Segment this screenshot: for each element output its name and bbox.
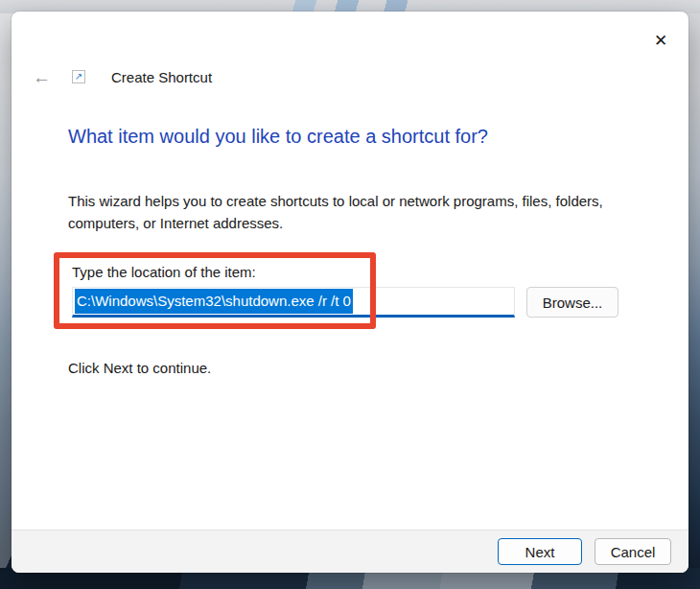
wizard-description: This wizard helps you to create shortcut… <box>68 190 622 234</box>
window-title: Create Shortcut <box>111 69 212 85</box>
page-title: What item would you like to create a sho… <box>68 126 488 148</box>
close-icon[interactable]: ✕ <box>644 29 677 52</box>
dialog-footer: Next Cancel <box>12 530 688 573</box>
back-arrow-icon[interactable]: ← <box>33 68 51 86</box>
dialog-header: ← ↗ Create Shortcut <box>33 66 212 87</box>
shortcut-icon: ↗ <box>72 70 85 83</box>
next-button[interactable]: Next <box>498 538 582 565</box>
location-input-selected-text: C:\Windows\System32\shutdown.exe /r /t 0 <box>75 289 353 314</box>
cancel-button[interactable]: Cancel <box>595 538 671 565</box>
location-label: Type the location of the item: <box>72 264 256 280</box>
next-hint-text: Click Next to continue. <box>68 360 211 376</box>
location-input[interactable]: C:\Windows\System32\shutdown.exe /r /t 0 <box>72 287 515 318</box>
browse-button[interactable]: Browse... <box>526 287 618 318</box>
create-shortcut-dialog: ✕ ← ↗ Create Shortcut What item would yo… <box>12 12 688 573</box>
